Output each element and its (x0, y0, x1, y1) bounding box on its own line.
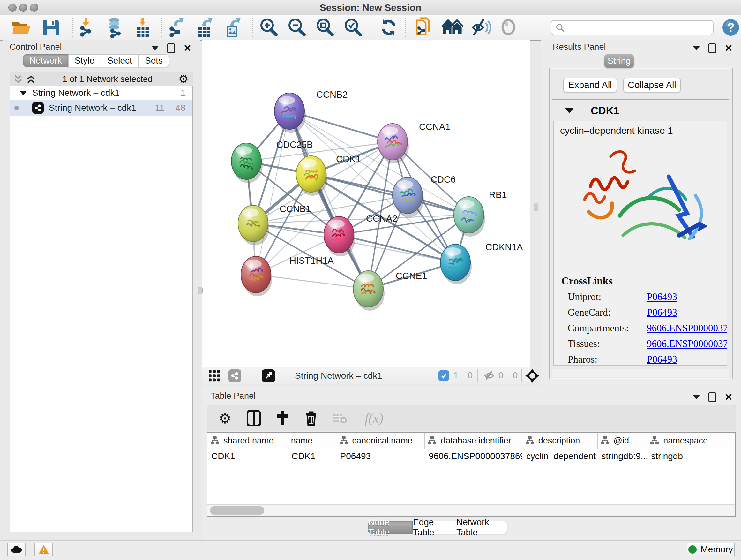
collapse-all-button[interactable]: Collapse All (623, 78, 681, 92)
add-column-icon[interactable] (273, 409, 291, 427)
crosslink-link[interactable]: P06493 (647, 354, 677, 365)
cdk1-entry-header[interactable]: CDK1 (552, 102, 729, 120)
entry-expander-icon[interactable] (565, 108, 574, 113)
cloud-status-button[interactable] (7, 543, 26, 556)
collapse-all-icon[interactable] (13, 74, 24, 84)
column-header-namespace[interactable]: namespace (647, 433, 735, 449)
import-network-button[interactable] (73, 17, 100, 38)
close-panel-icon[interactable]: ✕ (184, 44, 192, 52)
crosslink-link[interactable]: P06493 (647, 307, 677, 318)
float-panel-icon[interactable] (708, 392, 717, 402)
close-panel-icon[interactable]: ✕ (725, 44, 733, 52)
tab-string[interactable]: String (604, 54, 634, 68)
table-cell[interactable]: P06493 (336, 451, 425, 461)
right-splitter-handle[interactable] (534, 203, 538, 211)
scrollbar-thumb[interactable] (210, 506, 264, 515)
table-cell[interactable]: cyclin–dependent ... (522, 451, 598, 461)
column-header-canonical-name[interactable]: canonical name (336, 433, 425, 449)
import-table-button[interactable] (130, 17, 156, 38)
string-network-graph[interactable]: CCNB2CCNA1CDC25BCDK1CDC6RB1CCNB1CCNA2CDK… (202, 40, 530, 367)
crosslink-link[interactable]: 9606.ENSP00000378699 (647, 322, 727, 334)
tree-expander-icon[interactable] (19, 91, 27, 96)
clear-table-icon[interactable] (331, 409, 349, 427)
memory-button[interactable]: Memory (687, 543, 735, 556)
tab-edge-table[interactable]: Edge Table (413, 521, 456, 534)
results-scrollbar[interactable] (552, 369, 729, 377)
collapse-panel-icon[interactable] (693, 395, 700, 399)
export-image-button[interactable] (219, 17, 246, 38)
expand-collapse-bar: Expand All Collapse All (552, 71, 729, 100)
crosslink-link[interactable]: P06493 (647, 291, 677, 303)
save-session-button[interactable] (38, 17, 64, 38)
network-edge[interactable] (256, 111, 289, 274)
table-cell[interactable]: CDK1 (207, 451, 288, 461)
pan-crosshair-icon[interactable] (525, 369, 539, 384)
table-header-row: shared namenamecanonical namedatabase id… (207, 433, 735, 449)
left-splitter-handle[interactable] (198, 287, 203, 294)
warnings-button[interactable] (35, 543, 53, 556)
export-network-button[interactable] (163, 17, 190, 38)
collapse-panel-icon[interactable] (151, 46, 158, 51)
home-button[interactable] (439, 17, 466, 38)
help-button[interactable]: ? (718, 17, 741, 38)
float-panel-icon[interactable] (708, 44, 717, 53)
node-table[interactable]: shared namenamecanonical namedatabase id… (207, 432, 736, 517)
network-row-selected[interactable]: String Network – cdk1 11 48 (10, 100, 192, 116)
tab-sets[interactable]: Sets (138, 54, 169, 67)
column-header-description[interactable]: description (522, 433, 598, 449)
open-session-button[interactable] (8, 17, 35, 38)
collapse-panel-icon[interactable] (693, 46, 700, 51)
column-header-database-identifier[interactable]: database identifier (425, 433, 522, 449)
close-panel-icon[interactable]: ✕ (725, 393, 733, 401)
tab-style[interactable]: Style (68, 54, 101, 67)
node-gloss (300, 159, 317, 167)
tab-node-table[interactable]: Node Table (368, 521, 413, 534)
network-canvas[interactable]: CCNB2CCNA1CDC25BCDK1CDC6RB1CCNB1CCNA2CDK… (202, 40, 530, 367)
zoom-selected-button[interactable] (340, 17, 366, 38)
show-columns-icon[interactable] (245, 409, 263, 427)
search-box[interactable] (551, 20, 714, 36)
table-cell[interactable]: 9606.ENSP00000378699 (425, 451, 522, 461)
zoom-in-button[interactable] (255, 17, 282, 38)
tab-network-table[interactable]: Network Table (456, 521, 507, 534)
refresh-button[interactable] (375, 17, 402, 38)
zoom-fit-button[interactable] (312, 17, 338, 38)
node-gloss (382, 127, 398, 135)
tab-network[interactable]: Network (23, 54, 68, 67)
table-hscrollbar[interactable] (207, 504, 735, 516)
crosslink-link[interactable]: 9606.ENSP00000378699 (647, 338, 727, 350)
tab-select[interactable]: Select (101, 54, 138, 67)
grid-view-icon[interactable] (209, 370, 220, 383)
crosslink-label: Compartments: (561, 322, 647, 334)
table-cell[interactable]: stringdb:9... (598, 451, 648, 461)
table-cell[interactable]: CDK1 (288, 451, 336, 461)
zoom-out-button[interactable] (283, 17, 310, 38)
birdseye-view-icon[interactable] (262, 369, 275, 382)
string-view-icon[interactable] (228, 369, 241, 382)
network-edge[interactable] (256, 142, 393, 274)
column-header--id[interactable]: @id (598, 433, 648, 449)
share-document-button[interactable] (411, 17, 438, 38)
hidden-eye-icon[interactable] (483, 370, 495, 382)
table-row[interactable]: CDK1CDK1P064939606.ENSP00000378699cyclin… (207, 449, 735, 463)
expand-all-button[interactable]: Expand All (563, 78, 617, 92)
import-database-button[interactable] (102, 17, 128, 38)
table-cell[interactable]: stringdb (647, 451, 735, 461)
hide-selection-button[interactable] (467, 17, 494, 38)
network-collection-row[interactable]: String Network – cdk1 1 (10, 86, 192, 100)
column-header-name[interactable]: name (288, 433, 336, 449)
network-edge[interactable] (256, 274, 368, 289)
delete-column-trash-icon[interactable] (302, 409, 320, 427)
export-table-button[interactable] (191, 17, 218, 38)
search-input[interactable] (565, 23, 713, 33)
float-panel-icon[interactable] (167, 44, 175, 53)
selected-nodes-checkbox[interactable] (439, 370, 449, 381)
expand-all-icon[interactable] (26, 74, 37, 84)
show-selection-button[interactable] (495, 17, 522, 38)
column-type-icon (340, 436, 348, 445)
gear-icon[interactable]: ⚙ (179, 72, 189, 86)
column-header-shared-name[interactable]: shared name (207, 433, 288, 449)
node-gloss (397, 180, 413, 189)
table-settings-gear-icon[interactable]: ⚙ (216, 409, 234, 427)
function-builder-icon[interactable]: f(x) (360, 409, 388, 427)
